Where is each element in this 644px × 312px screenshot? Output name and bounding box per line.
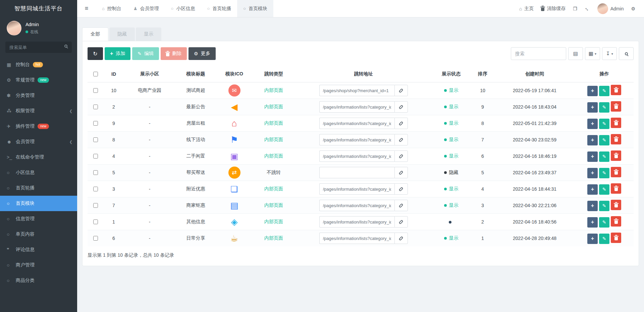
row-checkbox[interactable] — [93, 187, 98, 191]
row-delete-button[interactable] — [611, 233, 621, 243]
row-delete-button[interactable] — [611, 200, 621, 210]
sidebar-item-general[interactable]: ⚙ 常规管理 new — [0, 72, 77, 88]
more-button[interactable]: ⚙ 更多 — [189, 47, 216, 60]
menu-search-input[interactable] — [5, 42, 72, 53]
sidebar-item-page-content[interactable]: ○ 单页内容 — [0, 227, 77, 242]
row-edit-button[interactable]: ✎ — [599, 201, 609, 211]
link-button[interactable] — [394, 183, 408, 195]
row-add-button[interactable]: + — [587, 86, 598, 96]
row-delete-button[interactable] — [611, 85, 621, 95]
jump-url-input[interactable] — [319, 216, 394, 228]
row-add-button[interactable]: + — [587, 184, 598, 195]
user-avatar[interactable] — [7, 21, 21, 36]
link-button[interactable] — [394, 216, 408, 228]
sidebar-item-auth[interactable]: ⁂ 权限管理 ❮ — [0, 103, 77, 119]
link-button[interactable] — [394, 134, 408, 145]
header-community[interactable]: 展示小区 — [124, 66, 175, 82]
row-edit-button[interactable]: ✎ — [599, 184, 609, 195]
sidebar-item-home-banner[interactable]: ○ 首页轮播 — [0, 180, 77, 196]
row-edit-button[interactable]: ✎ — [599, 234, 609, 244]
row-edit-button[interactable]: ✎ — [599, 102, 609, 113]
link-button[interactable] — [394, 200, 408, 211]
settings-button[interactable]: ⚙ — [631, 6, 635, 11]
link-button[interactable] — [394, 101, 408, 113]
profile-menu[interactable]: Admin — [597, 3, 624, 14]
jump-url-input[interactable] — [319, 85, 394, 96]
status-badge[interactable]: 显示 — [444, 104, 459, 110]
jump-url-input[interactable] — [319, 200, 394, 211]
clear-cache-button[interactable]: 清除缓存 — [541, 6, 566, 12]
header-ico[interactable]: 模块ICO — [217, 66, 252, 82]
status-badge[interactable]: 显示 — [444, 120, 459, 126]
row-add-button[interactable]: + — [587, 168, 598, 178]
status-badge[interactable] — [449, 221, 454, 224]
select-all-checkbox[interactable] — [93, 72, 98, 76]
tab-community-info[interactable]: ○ 小区信息 — [165, 0, 201, 17]
jump-url-input[interactable] — [319, 150, 394, 162]
search-button[interactable] — [619, 47, 634, 60]
refresh-button[interactable]: ↻ — [88, 47, 103, 60]
filter-tab-all[interactable]: 全部 — [82, 27, 108, 41]
sidebar-item-category[interactable]: ✽ 分类管理 — [0, 88, 77, 103]
sidebar-item-goods-category[interactable]: ○ 商品分类 — [0, 273, 77, 288]
row-add-button[interactable]: + — [587, 119, 598, 129]
link-button[interactable] — [394, 85, 408, 96]
jump-url-input[interactable] — [319, 233, 394, 244]
row-add-button[interactable]: + — [587, 234, 598, 244]
sidebar-item-command[interactable]: >_ 在线命令管理 — [0, 149, 77, 165]
link-button[interactable] — [394, 150, 408, 162]
tab-dashboard[interactable]: ⌂ 控制台 — [96, 0, 127, 17]
filter-tab-visible[interactable]: 显示 — [136, 27, 161, 41]
export-button[interactable]: ↧ ▾ — [602, 47, 617, 60]
row-delete-button[interactable] — [611, 167, 621, 177]
columns-button[interactable]: ▦ ▾ — [585, 47, 600, 60]
row-edit-button[interactable]: ✎ — [599, 151, 609, 162]
tab-home-banner[interactable]: ○ 首页轮播 — [201, 0, 237, 17]
row-edit-button[interactable]: ✎ — [599, 135, 609, 145]
fullscreen-button[interactable]: ↔ — [585, 6, 590, 12]
sidebar-item-comments[interactable]: ❞ 评论信息 — [0, 242, 77, 257]
row-delete-button[interactable] — [611, 150, 621, 161]
status-badge[interactable]: 隐藏 — [444, 170, 459, 176]
jump-url-input[interactable] — [319, 183, 394, 195]
add-button[interactable]: + 添加 — [105, 47, 130, 60]
row-checkbox[interactable] — [93, 170, 98, 175]
row-checkbox[interactable] — [93, 88, 98, 93]
table-search-input[interactable] — [511, 47, 566, 60]
sidebar-item-member[interactable]: ☻ 会员管理 ❮ — [0, 134, 77, 149]
header-status[interactable]: 展示状态 — [431, 66, 471, 82]
row-checkbox[interactable] — [93, 121, 98, 126]
row-checkbox[interactable] — [93, 236, 98, 241]
delete-button[interactable]: 删除 — [161, 47, 187, 60]
status-badge[interactable]: 显示 — [444, 137, 459, 143]
row-add-button[interactable]: + — [587, 102, 598, 113]
tab-member[interactable]: ♟ 会员管理 — [127, 0, 165, 17]
row-delete-button[interactable] — [611, 101, 621, 112]
row-delete-button[interactable] — [611, 118, 621, 128]
sidebar-item-addon[interactable]: ✈ 插件管理 new — [0, 119, 77, 134]
jump-url-input[interactable] — [319, 134, 394, 145]
row-add-button[interactable]: + — [587, 201, 598, 211]
link-button[interactable] — [394, 167, 408, 178]
filter-tab-hidden[interactable]: 隐藏 — [109, 27, 135, 41]
row-checkbox[interactable] — [93, 137, 98, 142]
tab-home-module[interactable]: ○ 首页模块 — [237, 0, 273, 17]
row-add-button[interactable]: + — [587, 135, 598, 145]
home-link[interactable]: ⌂ 主页 — [519, 6, 534, 12]
row-checkbox[interactable] — [93, 220, 98, 224]
jump-url-input[interactable] — [319, 101, 394, 113]
row-edit-button[interactable]: ✎ — [599, 119, 609, 129]
header-jump-type[interactable]: 跳转类型 — [252, 66, 296, 82]
row-add-button[interactable]: + — [587, 151, 598, 162]
row-add-button[interactable]: + — [587, 217, 598, 228]
sidebar-item-information[interactable]: ○ 信息管理 — [0, 211, 77, 227]
jump-url-input[interactable] — [319, 167, 394, 178]
header-jump-url[interactable]: 跳转地址 — [296, 66, 431, 82]
row-edit-button[interactable]: ✎ — [599, 86, 609, 96]
link-button[interactable] — [394, 233, 408, 244]
sidebar-item-dashboard[interactable]: ▦ 控制台 hot — [0, 57, 77, 72]
status-badge[interactable]: 显示 — [444, 153, 459, 159]
row-edit-button[interactable]: ✎ — [599, 217, 609, 228]
sidebar-item-merchant[interactable]: ○ 商户管理 — [0, 257, 77, 273]
header-created[interactable]: 创建时间 — [494, 66, 575, 82]
